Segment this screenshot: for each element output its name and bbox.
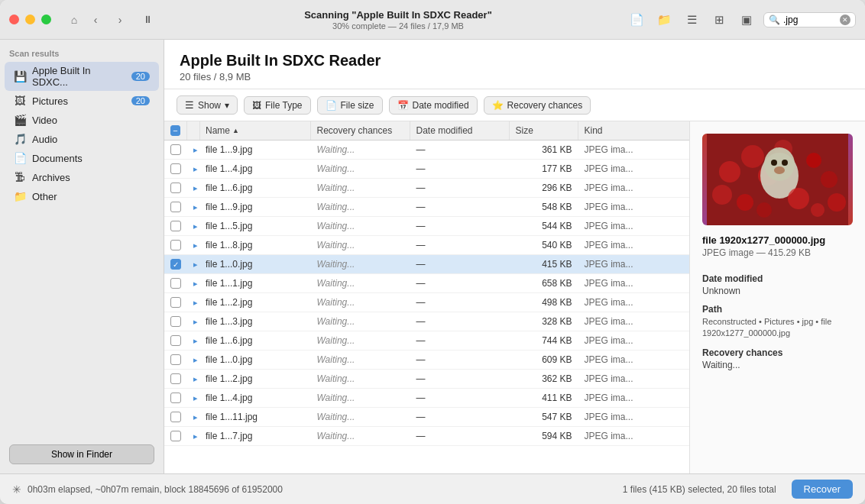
sidebar-item-pictures[interactable]: 🖼 Pictures 20	[5, 92, 159, 110]
th-kind[interactable]: Kind	[578, 121, 690, 140]
table-row[interactable]: ▸ file 1...9.jpg Waiting... — 361 KB JPE…	[164, 141, 689, 160]
preview-recovery-label: Recovery chances	[702, 347, 853, 358]
row-name-cell: file 1...3.jpg	[199, 312, 311, 331]
row-checkbox[interactable]	[170, 316, 181, 327]
date-modified-filter-btn[interactable]: 📅 Date modified	[389, 96, 478, 115]
star-icon: ⭐	[492, 100, 504, 111]
show-filter-icon: ☰	[185, 99, 194, 111]
show-in-finder-button[interactable]: Show in Finder	[9, 444, 154, 464]
row-recovery-status: Waiting...	[317, 221, 355, 231]
row-size: 540 KB	[542, 240, 572, 250]
header-checkbox[interactable]	[170, 125, 180, 136]
table-row[interactable]: ▸ file 1...6.jpg Waiting... — 296 KB JPE…	[164, 179, 689, 198]
show-filter-btn[interactable]: ☰ Show ▾	[177, 95, 238, 115]
svg-point-1	[741, 145, 764, 168]
search-clear-button[interactable]: ✕	[840, 15, 850, 25]
row-date-cell: —	[410, 141, 510, 159]
close-button[interactable]	[9, 15, 19, 24]
table-row[interactable]: ▸ file 1...5.jpg Waiting... — 544 KB JPE…	[164, 217, 689, 236]
row-size: 744 KB	[542, 335, 572, 346]
th-size[interactable]: Size	[510, 121, 578, 140]
table-row[interactable]: ▸ file 1...8.jpg Waiting... — 540 KB JPE…	[164, 236, 689, 255]
list-view-btn[interactable]: ☰	[681, 11, 702, 28]
show-filter-arrow: ▾	[225, 100, 229, 111]
sidebar-item-audio[interactable]: 🎵 Audio	[5, 130, 159, 148]
svg-point-11	[774, 166, 785, 174]
statusbar: ✳ 0h03m elapsed, ~0h07m remain, block 18…	[0, 473, 865, 504]
row-checkbox[interactable]	[170, 373, 181, 384]
row-checkbox[interactable]	[170, 259, 181, 270]
row-checkbox[interactable]	[170, 393, 181, 403]
row-checkbox[interactable]	[170, 297, 181, 308]
search-input[interactable]	[783, 15, 837, 25]
row-size: 415 KB	[542, 259, 572, 270]
sidebar-item-other[interactable]: 📁 Other	[5, 187, 159, 205]
table-row[interactable]: ▸ file 1...2.jpg Waiting... — 362 KB JPE…	[164, 370, 689, 389]
back-button[interactable]: ‹	[85, 11, 106, 28]
table-row[interactable]: ▸ file 1...9.jpg Waiting... — 548 KB JPE…	[164, 198, 689, 217]
row-checkbox[interactable]	[170, 221, 181, 231]
table-row[interactable]: ▸ file 1...3.jpg Waiting... — 328 KB JPE…	[164, 312, 689, 331]
folder-icon-btn[interactable]: 📁	[653, 11, 675, 28]
preview-date-label: Date modified	[702, 273, 853, 284]
row-checkbox-cell	[164, 427, 187, 445]
pause-button[interactable]: ⏸	[137, 11, 158, 28]
row-checkbox-cell	[164, 141, 187, 159]
th-size-label: Size	[516, 125, 533, 136]
th-name-label: Name	[206, 125, 230, 136]
table-row[interactable]: ▸ file 1...4.jpg Waiting... — 411 KB JPE…	[164, 389, 689, 408]
row-checkbox[interactable]	[170, 163, 181, 174]
table-row[interactable]: ▸ file 1...4.jpg Waiting... — 177 KB JPE…	[164, 160, 689, 179]
sidebar-toggle-btn[interactable]: ▣	[736, 11, 757, 28]
row-name-cell: file 1...7.jpg	[199, 427, 311, 445]
table-row[interactable]: ▸ file 1...0.jpg Waiting... — 609 KB JPE…	[164, 351, 689, 370]
row-recovery-cell: Waiting...	[311, 160, 410, 178]
row-size: 594 KB	[542, 431, 572, 441]
file-type-filter-btn[interactable]: 🖼 File Type	[244, 96, 310, 115]
file-size-filter-btn[interactable]: 📄 File size	[317, 96, 383, 115]
recovery-chances-filter-btn[interactable]: ⭐ Recovery chances	[484, 96, 591, 115]
row-checkbox-cell	[164, 255, 187, 273]
table-row[interactable]: ▸ file 1...0.jpg Waiting... — 415 KB JPE…	[164, 255, 689, 274]
th-date[interactable]: Date modified	[410, 121, 510, 140]
preview-recovery-value: Waiting...	[702, 360, 853, 370]
th-recovery[interactable]: Recovery chances	[311, 121, 410, 140]
row-checkbox[interactable]	[170, 202, 181, 212]
row-checkbox[interactable]	[170, 240, 181, 250]
maximize-button[interactable]	[41, 15, 51, 24]
home-button[interactable]: ⌂	[63, 11, 85, 28]
sidebar-item-archives[interactable]: 🗜 Archives	[5, 168, 159, 186]
grid-view-btn[interactable]: ⊞	[708, 11, 730, 28]
preview-panel: file 1920x1277_000000.jpg JPEG image — 4…	[689, 121, 865, 473]
row-size-cell: 362 KB	[510, 370, 578, 388]
minimize-button[interactable]	[25, 15, 35, 24]
row-checkbox[interactable]	[170, 431, 181, 441]
forward-button[interactable]: ›	[109, 11, 131, 28]
sidebar-item-documents[interactable]: 📄 Documents	[5, 149, 159, 167]
table-row[interactable]: ▸ file 1...7.jpg Waiting... — 594 KB JPE…	[164, 427, 689, 446]
row-checkbox[interactable]	[170, 144, 181, 155]
row-name-cell: file 1...0.jpg	[199, 351, 311, 369]
preview-path-value: Reconstructed • Pictures • jpg • file 19…	[702, 316, 853, 340]
row-checkbox[interactable]	[170, 183, 181, 193]
table-row[interactable]: ▸ file 1...6.jpg Waiting... — 744 KB JPE…	[164, 331, 689, 351]
row-checkbox[interactable]	[170, 278, 181, 289]
table-preview-area: Name ▲ Recovery chances Date modified Si…	[164, 121, 865, 473]
row-recovery-status: Waiting...	[317, 316, 355, 327]
row-size-cell: 361 KB	[510, 141, 578, 159]
document-icon-btn[interactable]: 📄	[626, 11, 647, 28]
sidebar-item-video[interactable]: 🎬 Video	[5, 111, 159, 129]
preview-image-container	[702, 134, 853, 225]
row-checkbox[interactable]	[170, 335, 181, 346]
row-checkbox[interactable]	[170, 354, 181, 365]
table-row[interactable]: ▸ file 1...11.jpg Waiting... — 547 KB JP…	[164, 408, 689, 427]
row-name-cell: file 1...4.jpg	[199, 389, 311, 407]
recover-button[interactable]: Recover	[792, 480, 853, 499]
sidebar-item-apple-sdxc[interactable]: 💾 Apple Built In SDXC... 20	[5, 62, 159, 91]
th-name[interactable]: Name ▲	[199, 121, 311, 140]
table-row[interactable]: ▸ file 1...1.jpg Waiting... — 658 KB JPE…	[164, 274, 689, 293]
file-type-icon: ▸	[193, 145, 198, 155]
row-checkbox[interactable]	[170, 412, 181, 422]
row-icon-cell: ▸	[187, 293, 199, 312]
table-row[interactable]: ▸ file 1...2.jpg Waiting... — 498 KB JPE…	[164, 293, 689, 312]
